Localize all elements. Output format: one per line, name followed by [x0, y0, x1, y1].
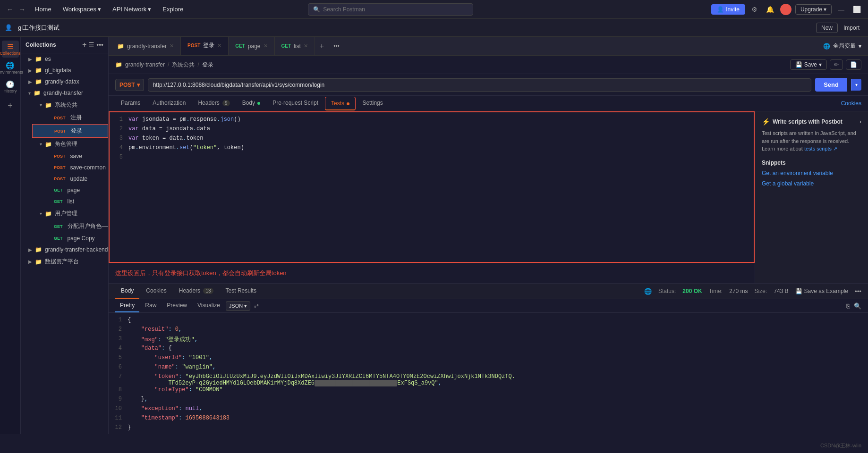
- tab-get-page[interactable]: GET page ✕: [229, 37, 274, 56]
- snippet-global-var[interactable]: Get a global variable: [762, 180, 861, 187]
- more-tabs-button[interactable]: •••: [329, 43, 344, 50]
- close-icon[interactable]: ✕: [217, 42, 221, 49]
- search-input[interactable]: [323, 6, 468, 13]
- invite-button[interactable]: 👤 Invite: [711, 4, 745, 15]
- snippet-env-var[interactable]: Get an environment variable: [762, 170, 861, 176]
- save-button[interactable]: 💾 Save ▾: [790, 59, 827, 70]
- tab-tests[interactable]: Tests: [325, 97, 356, 110]
- request-tabs: Params Authorization Headers 9 Body Pre-…: [109, 96, 868, 111]
- send-dropdown-button[interactable]: ▾: [851, 79, 861, 91]
- body-tab-visualize[interactable]: Visualize: [193, 299, 225, 312]
- workspaces-nav[interactable]: Workspaces ▾: [59, 6, 105, 13]
- body-actions: ⎘ 🔍: [846, 302, 861, 310]
- request-item-assign-role[interactable]: GET 分配用户角色——管理员: [32, 220, 108, 233]
- collection-item-gl-bigdata[interactable]: ▶ 📁 gl_bigdata: [21, 65, 108, 76]
- folder-item-role[interactable]: ▾ 📁 角色管理: [26, 138, 108, 151]
- method-selector[interactable]: POST ▾: [115, 79, 144, 91]
- tab-post-denglu[interactable]: POST 登录 ✕: [181, 37, 229, 56]
- copy-response-button[interactable]: ⎘: [846, 302, 850, 310]
- url-input[interactable]: [148, 78, 812, 92]
- expand-icon[interactable]: ›: [859, 118, 861, 125]
- more-collections-button[interactable]: •••: [96, 41, 103, 49]
- code-editor[interactable]: 1 var jsondata = pm.response.json() 2 va…: [109, 111, 755, 263]
- home-nav[interactable]: Home: [31, 6, 55, 13]
- tab-headers[interactable]: Headers 9: [192, 96, 235, 111]
- tab-settings[interactable]: Settings: [357, 96, 388, 111]
- cookies-link[interactable]: Cookies: [841, 100, 861, 107]
- folder-group-systems: ▾ 📁 系统公共 POST 注册 POST 登录: [26, 99, 108, 138]
- collection-item-grandly-transfer-backend[interactable]: ▶ 📁 grandly-transfer-backend: [21, 244, 108, 255]
- collections-actions: + ☰ •••: [82, 41, 103, 49]
- maximize-button[interactable]: ⬜: [851, 5, 863, 14]
- request-item-denglu[interactable]: POST 登录: [32, 124, 108, 138]
- collection-item-data-asset[interactable]: ▶ 📁 数据资产平台: [21, 255, 108, 268]
- chevron-down-icon: ▾: [98, 6, 101, 13]
- request-item-list[interactable]: GET list: [32, 196, 108, 207]
- nav-right: 👤 Invite ⚙ 🔔 Upgrade ▾ — ⬜: [711, 4, 863, 15]
- add-collection-button[interactable]: +: [82, 41, 86, 49]
- request-item-page[interactable]: GET page: [32, 185, 108, 196]
- settings-button[interactable]: ⚙: [749, 5, 760, 14]
- snippets-title: Snippets: [762, 159, 861, 166]
- import-button[interactable]: Import: [840, 23, 863, 33]
- wrap-lines-button[interactable]: ⇄: [251, 302, 262, 309]
- history-icon-button[interactable]: 🕐 History: [2, 78, 19, 95]
- tab-params[interactable]: Params: [115, 96, 146, 111]
- new-tab-icon-button[interactable]: +: [2, 97, 19, 114]
- folder-item-user[interactable]: ▾ 📁 用户管理: [26, 207, 108, 220]
- tab-prerequest[interactable]: Pre-request Script: [267, 96, 324, 111]
- collections-icon-button[interactable]: ☰ Collections: [2, 41, 19, 58]
- back-button[interactable]: ←: [5, 5, 15, 14]
- environments-icon-button[interactable]: 🌐 Environments: [2, 59, 19, 76]
- breadcrumb-collection[interactable]: grandly-transfer: [125, 61, 165, 68]
- body-tab-pretty[interactable]: Pretty: [115, 299, 139, 312]
- close-icon[interactable]: ✕: [304, 43, 308, 49]
- save-example-button[interactable]: 💾 Save as Example: [795, 288, 848, 294]
- new-request-button[interactable]: New: [816, 23, 838, 33]
- breadcrumb-folder[interactable]: 系统公共: [172, 61, 195, 69]
- res-tab-test-results[interactable]: Test Results: [220, 284, 262, 299]
- avatar[interactable]: [780, 4, 791, 15]
- edit-button[interactable]: ✏: [830, 59, 843, 70]
- environment-selector[interactable]: 🌐 全局变量 ▾: [817, 42, 868, 50]
- collection-item-grandly-datax[interactable]: ▶ 📁 grandly-datax: [21, 76, 108, 87]
- search-bar[interactable]: 🔍: [308, 3, 473, 16]
- body-tab-preview[interactable]: Preview: [162, 299, 192, 312]
- api-network-nav[interactable]: API Network ▾: [109, 6, 155, 13]
- search-response-button[interactable]: 🔍: [854, 302, 861, 310]
- save-icon: 💾: [795, 61, 802, 68]
- test-sidebar: ⚡ Write scripts with Postbot › Test scri…: [755, 111, 868, 283]
- docs-button[interactable]: 📄: [846, 59, 861, 70]
- folder-item-xitong[interactable]: ▾ 📁 系统公共: [26, 99, 108, 111]
- filter-collections-button[interactable]: ☰: [88, 41, 94, 49]
- chevron-down-icon: ▾: [137, 82, 140, 88]
- request-item-update[interactable]: POST update: [32, 173, 108, 185]
- send-button[interactable]: Send: [815, 78, 847, 92]
- upgrade-button[interactable]: Upgrade ▾: [795, 4, 832, 15]
- close-icon[interactable]: ✕: [170, 43, 174, 49]
- response-more-button[interactable]: •••: [855, 288, 861, 295]
- close-icon[interactable]: ✕: [264, 43, 268, 49]
- tab-authorization[interactable]: Authorization: [147, 96, 191, 111]
- request-item-zhuce[interactable]: POST 注册: [32, 111, 108, 124]
- body-tab-raw[interactable]: Raw: [140, 299, 161, 312]
- request-item-page-copy[interactable]: GET page Copy: [32, 233, 108, 244]
- tests-scripts-link[interactable]: tests scripts ↗: [804, 146, 837, 151]
- collection-item-grandly-transfer[interactable]: ▾ 📁 grandly-transfer: [21, 87, 108, 99]
- notifications-button[interactable]: 🔔: [764, 5, 776, 14]
- res-tab-headers[interactable]: Headers 13: [173, 284, 219, 299]
- request-item-save-common[interactable]: POST save-common: [32, 162, 108, 173]
- chevron-right-icon: ▶: [28, 259, 32, 264]
- new-tab-button[interactable]: +: [315, 42, 329, 50]
- forward-button[interactable]: →: [17, 5, 27, 14]
- tab-get-list[interactable]: GET list ✕: [275, 37, 315, 56]
- res-tab-cookies[interactable]: Cookies: [140, 284, 172, 299]
- json-format-selector[interactable]: JSON ▾: [226, 301, 250, 311]
- res-tab-body[interactable]: Body: [115, 284, 139, 299]
- minimize-button[interactable]: —: [835, 5, 847, 14]
- request-item-save[interactable]: POST save: [32, 151, 108, 162]
- tab-grandly-transfer[interactable]: 📁 grandly-transfer ✕: [111, 37, 181, 56]
- tab-body[interactable]: Body: [237, 96, 266, 111]
- collection-item-es[interactable]: ▶ 📁 es: [21, 53, 108, 65]
- explore-nav[interactable]: Explore: [159, 6, 187, 13]
